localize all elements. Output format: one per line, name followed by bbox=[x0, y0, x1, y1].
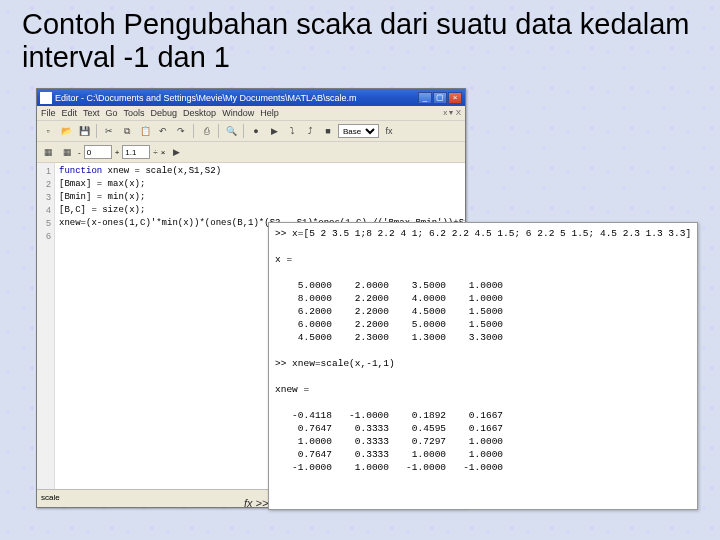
cmd-s5: -1.0000 1.0000 -1.0000 -1.0000 bbox=[275, 462, 503, 473]
find-icon[interactable]: 🔍 bbox=[223, 123, 239, 139]
menu-edit[interactable]: Edit bbox=[62, 108, 78, 118]
fx-icon[interactable]: fx bbox=[381, 123, 397, 139]
stepout-icon[interactable]: ⤴ bbox=[302, 123, 318, 139]
ln-1: 1 bbox=[37, 165, 51, 178]
menu-desktop[interactable]: Desktop bbox=[183, 108, 216, 118]
command-window[interactable]: >> x=[5 2 3.5 1;8 2.2 4 1; 6.2 2.2 4.5 1… bbox=[268, 222, 698, 510]
print-icon[interactable]: ⎙ bbox=[198, 123, 214, 139]
undo-icon[interactable]: ↶ bbox=[155, 123, 171, 139]
code-l2: [Bmax] = max(x); bbox=[59, 179, 145, 189]
new-icon[interactable]: ▫ bbox=[40, 123, 56, 139]
app-icon bbox=[40, 92, 52, 104]
status-fn: scale bbox=[41, 493, 60, 502]
cmd-l2: x = bbox=[275, 254, 292, 265]
cellnext-icon[interactable]: ▦ bbox=[59, 144, 75, 160]
mdi-buttons[interactable]: x ▾ X bbox=[443, 108, 461, 118]
cmd-r5: 4.5000 2.3000 1.3000 3.3000 bbox=[275, 332, 503, 343]
cellrun-icon[interactable]: ▶ bbox=[168, 144, 184, 160]
ln-5: 5 bbox=[37, 217, 51, 230]
cellmode-icon[interactable]: ▦ bbox=[40, 144, 56, 160]
ln-6: 6 bbox=[37, 230, 51, 243]
cmd-l1: >> x=[5 2 3.5 1;8 2.2 4 1; 6.2 2.2 4.5 1… bbox=[275, 228, 691, 239]
cmd-s4: 0.7647 0.3333 1.0000 1.0000 bbox=[275, 449, 503, 460]
cmd-r3: 6.2000 2.2000 4.5000 1.5000 bbox=[275, 306, 503, 317]
menu-text[interactable]: Text bbox=[83, 108, 100, 118]
code-l1b: xnew = scale(x,S1,S2) bbox=[102, 166, 221, 176]
step-icon[interactable]: ⤵ bbox=[284, 123, 300, 139]
menu-tools[interactable]: Tools bbox=[124, 108, 145, 118]
decr-field[interactable] bbox=[84, 145, 112, 159]
bp-icon[interactable]: ● bbox=[248, 123, 264, 139]
redo-icon[interactable]: ↷ bbox=[173, 123, 189, 139]
window-buttons: _ ▢ × bbox=[418, 92, 462, 104]
cut-icon[interactable]: ✂ bbox=[101, 123, 117, 139]
stop-icon[interactable]: ■ bbox=[320, 123, 336, 139]
ln-3: 3 bbox=[37, 191, 51, 204]
code-l4: [B,C] = size(x); bbox=[59, 205, 145, 215]
menu-help[interactable]: Help bbox=[260, 108, 279, 118]
menu-file[interactable]: File bbox=[41, 108, 56, 118]
ln-4: 4 bbox=[37, 204, 51, 217]
titlebar[interactable]: Editor - C:\Documents and Settings\Mevie… bbox=[37, 89, 465, 106]
menu-debug[interactable]: Debug bbox=[151, 108, 178, 118]
cmd-l4: xnew = bbox=[275, 384, 309, 395]
toolbar-main: ▫ 📂 💾 ✂ ⧉ 📋 ↶ ↷ ⎙ 🔍 ● ▶ ⤵ ⤴ ■ Base fx bbox=[37, 121, 465, 142]
titlebar-text: Editor - C:\Documents and Settings\Mevie… bbox=[55, 93, 418, 103]
copy-icon[interactable]: ⧉ bbox=[119, 123, 135, 139]
incr-field[interactable] bbox=[122, 145, 150, 159]
cmd-s1: -0.4118 -1.0000 0.1892 0.1667 bbox=[275, 410, 503, 421]
maximize-button[interactable]: ▢ bbox=[433, 92, 447, 104]
cmd-l3: >> xnew=scale(x,-1,1) bbox=[275, 358, 395, 369]
run-icon[interactable]: ▶ bbox=[266, 123, 282, 139]
code-l3: [Bmin] = min(x); bbox=[59, 192, 145, 202]
line-gutter: 1 2 3 4 5 6 bbox=[37, 163, 55, 489]
fx-prompt[interactable]: fx >> bbox=[244, 497, 268, 509]
slide-title: Contoh Pengubahan scaka dari suatu data … bbox=[0, 0, 720, 81]
ln-2: 2 bbox=[37, 178, 51, 191]
menu-window[interactable]: Window bbox=[222, 108, 254, 118]
times-icon: × bbox=[161, 148, 166, 157]
toolbar-cell: ▦ ▦ - + ÷ × ▶ bbox=[37, 142, 465, 163]
stack-select[interactable]: Base bbox=[338, 124, 379, 138]
cmd-r2: 8.0000 2.2000 4.0000 1.0000 bbox=[275, 293, 503, 304]
close-button[interactable]: × bbox=[448, 92, 462, 104]
menu-go[interactable]: Go bbox=[106, 108, 118, 118]
divide-icon: ÷ bbox=[153, 148, 157, 157]
cmd-s3: 1.0000 0.3333 0.7297 1.0000 bbox=[275, 436, 503, 447]
minimize-button[interactable]: _ bbox=[418, 92, 432, 104]
paste-icon[interactable]: 📋 bbox=[137, 123, 153, 139]
cmd-r1: 5.0000 2.0000 3.5000 1.0000 bbox=[275, 280, 503, 291]
menubar: File Edit Text Go Tools Debug Desktop Wi… bbox=[37, 106, 465, 121]
cmd-r4: 6.0000 2.2000 5.0000 1.5000 bbox=[275, 319, 503, 330]
save-icon[interactable]: 💾 bbox=[76, 123, 92, 139]
kw-function: function bbox=[59, 166, 102, 176]
cmd-s2: 0.7647 0.3333 0.4595 0.1667 bbox=[275, 423, 503, 434]
open-icon[interactable]: 📂 bbox=[58, 123, 74, 139]
